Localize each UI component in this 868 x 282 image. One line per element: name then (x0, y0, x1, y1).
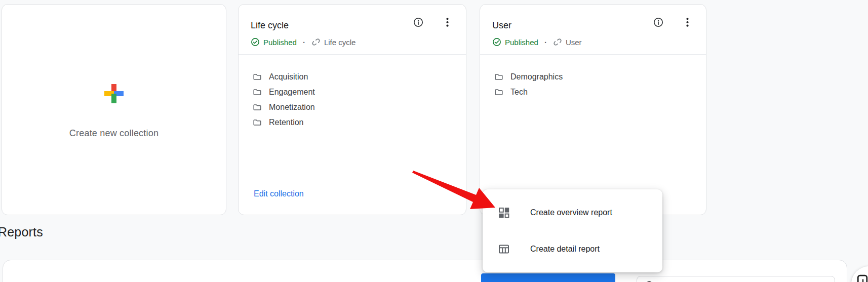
create-new-collection-label: Create new collection (2, 128, 226, 139)
edit-collection-link[interactable]: Edit collection (254, 189, 304, 198)
collection-card-life-cycle: Life cycle Published · Life cycle (238, 4, 466, 215)
folder-icon (253, 72, 262, 82)
status-separator-dot: · (303, 38, 305, 47)
topics-list: Demographics Tech (480, 54, 706, 100)
topic-row: Engagement (253, 85, 466, 100)
create-new-collection-card[interactable]: Create new collection (2, 4, 226, 215)
card-header: User Published · User (480, 5, 706, 55)
more-options-kebab-icon[interactable] (685, 18, 689, 27)
analytics-library-page: Create new collection Life cycle Publish… (0, 0, 868, 282)
feedback-button[interactable] (851, 266, 868, 282)
info-icon[interactable] (413, 17, 423, 27)
published-status: Published (263, 38, 297, 47)
reports-heading: Reports (0, 225, 43, 239)
topics-list: Acquisition Engagement Monetization Rete… (239, 54, 466, 130)
google-plus-icon (104, 84, 124, 103)
folder-icon (253, 103, 262, 112)
feedback-window-icon (857, 274, 868, 282)
folder-icon (494, 72, 503, 82)
topic-row: Retention (253, 115, 466, 130)
topic-row: Monetization (253, 100, 466, 115)
topic-row: Demographics (494, 69, 706, 85)
menu-item-create-detail-report[interactable]: Create detail report (483, 231, 662, 267)
menu-item-label: Create detail report (530, 245, 600, 254)
unlink-icon (553, 37, 562, 47)
collection-status-row: Published · Life cycle (251, 37, 356, 47)
topic-row: Acquisition (253, 69, 466, 85)
overview-report-icon (498, 207, 510, 219)
card-header: Life cycle Published · Life cycle (239, 5, 466, 55)
search-input[interactable] (637, 276, 835, 282)
collection-title: Life cycle (251, 20, 289, 31)
published-status: Published (505, 38, 538, 47)
published-check-icon (251, 37, 260, 47)
folder-icon (494, 88, 503, 97)
menu-item-label: Create overview report (530, 208, 612, 217)
collection-card-user: User Published · User (480, 4, 706, 215)
info-icon[interactable] (653, 17, 663, 27)
collection-title: User (492, 20, 511, 31)
folder-icon (253, 88, 262, 97)
create-new-report-button[interactable] (481, 273, 615, 282)
linked-collection-name: User (566, 38, 582, 47)
topic-row: Tech (494, 85, 706, 100)
create-report-menu: Create overview report Create detail rep… (483, 189, 662, 272)
search-icon (644, 279, 654, 282)
status-separator-dot: · (544, 38, 547, 47)
published-check-icon (492, 37, 501, 47)
collection-status-row: Published · User (492, 37, 582, 47)
linked-collection-name: Life cycle (324, 38, 356, 47)
menu-item-create-overview-report[interactable]: Create overview report (483, 194, 662, 231)
more-options-kebab-icon[interactable] (445, 18, 449, 27)
detail-report-icon (498, 243, 510, 255)
unlink-icon (311, 37, 321, 47)
folder-icon (253, 118, 262, 127)
